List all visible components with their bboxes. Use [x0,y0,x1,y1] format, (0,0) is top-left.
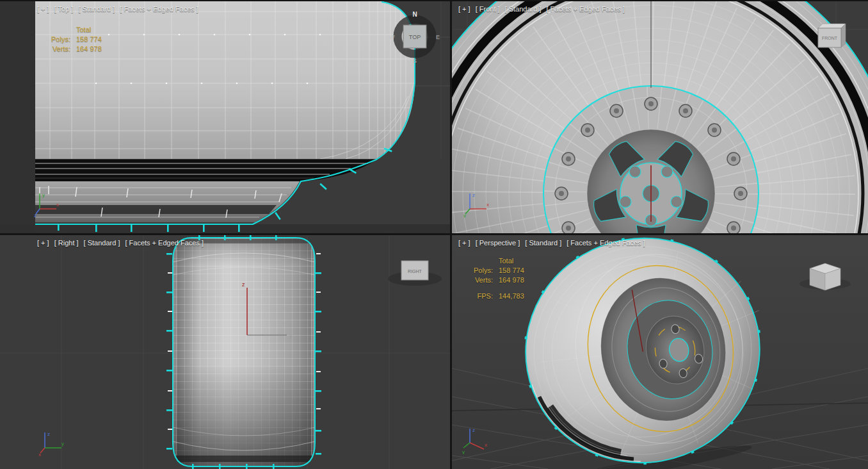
view-menu-button[interactable]: [ Perspective ] [476,239,520,247]
axis-tripod-gizmo: z y x [38,427,68,457]
stats-total-label: Total [499,257,524,265]
shading-menu-button[interactable]: [ Facets + Edged Faces ] [125,239,204,247]
below-model-shadow [0,224,450,233]
general-menu-button[interactable]: [ + ] [458,239,470,247]
view-menu-button[interactable]: [ Right ] [54,239,79,247]
stats-verts-value: 164 978 [499,276,524,284]
axis-y-label: y [463,213,466,218]
viewport-grid: [ + ] [ Top ] [ Standard ] [ Facets + Ed… [0,0,868,469]
viewport-label-menu: [ + ] [ Top ] [ Standard ] [ Facets + Ed… [37,5,198,13]
front-view-scene [452,1,868,233]
viewcube[interactable]: RIGHT [383,252,447,297]
viewport-label-menu: [ + ] [ Perspective ] [ Standard ] [ Fac… [458,239,645,247]
axis-tripod-gizmo: y x z [33,188,63,218]
viewport-label-menu: [ + ] [ Front ] [ Standard ] [ Facets + … [458,5,625,13]
axis-x-label: x [486,202,489,208]
viewcube[interactable]: TOP N E S W [386,8,444,65]
view-menu-button[interactable]: [ Front ] [476,5,500,13]
viewport-right[interactable]: z y [ + ] [ Right ] [ Standard ] [ Facet… [0,235,450,469]
compass-west[interactable]: W [389,34,395,40]
stats-fps-value: 144,783 [499,292,524,300]
viewcube-face-label[interactable]: RIGHT [408,269,422,274]
shading-menu-button[interactable]: [ Facets + Edged Faces ] [120,5,198,13]
offgrid-strip [0,1,35,233]
axis-z-label: z [472,427,475,433]
general-menu-button[interactable]: [ + ] [37,239,49,247]
viewport-top[interactable]: [ + ] [ Top ] [ Standard ] [ Facets + Ed… [0,1,450,233]
renderer-menu-button[interactable]: [ Standard ] [525,239,561,247]
view-menu-button[interactable]: [ Top ] [54,5,74,13]
stats-verts-value: 164 978 [76,45,102,53]
stats-fps-label: FPS: [462,292,493,300]
general-menu-button[interactable]: [ + ] [37,5,49,13]
stats-polys-value: 158 774 [499,267,524,274]
viewcube[interactable]: FRONT [811,18,849,56]
stats-polys-value: 158 774 [76,35,102,43]
compass-east[interactable]: E [436,34,440,40]
tire-top-surface [10,1,450,159]
axis-z-label: z [242,281,245,288]
stats-verts-label: Verts: [462,276,493,284]
tire-tread-band [35,160,376,181]
general-menu-button[interactable]: [ + ] [458,5,470,13]
stats-polys-label: Polys: [462,267,493,274]
tire-sidewall-band [35,181,300,222]
statistics-overlay: Total Polys: 158 774 Verts: 164 978 [40,26,102,53]
renderer-menu-button[interactable]: [ Standard ] [505,5,542,13]
viewcube[interactable] [796,251,854,295]
axis-y-label: y [42,192,45,198]
axis-z-label: z [34,213,36,218]
viewcube-face-label[interactable]: TOP [409,34,421,40]
shading-menu-button[interactable]: [ Facets + Edged Faces ] [567,239,645,247]
viewcube-face-label[interactable]: FRONT [822,36,838,40]
tire-side-model: z y [166,235,321,469]
axis-z-label: z [47,431,50,437]
axis-y-label: y [289,333,293,339]
viewport-front[interactable]: [ + ] [ Front ] [ Standard ] [ Facets + … [452,1,868,233]
stats-polys-label: Polys: [40,35,70,43]
stats-verts-label: Verts: [40,45,70,53]
axis-y-label: y [462,449,465,454]
statistics-overlay: Total Polys: 158 774 Verts: 164 978 FPS:… [462,257,524,300]
axis-y-label: y [61,441,64,447]
renderer-menu-button[interactable]: [ Standard ] [78,5,115,13]
axis-tripod-gizmo: z x y [462,425,492,454]
compass-north[interactable]: N [412,11,417,18]
axis-x-label: x [485,442,487,448]
shading-menu-button[interactable]: [ Facets + Edged Faces ] [546,5,625,13]
stats-total-label: Total [76,26,102,33]
axis-tripod-gizmo: z x y [463,188,493,218]
compass-south[interactable]: S [413,58,417,64]
wheel-front-model [452,1,868,233]
axis-x-label: x [56,202,59,208]
viewport-perspective[interactable]: [ + ] [ Perspective ] [ Standard ] [ Fac… [452,235,868,469]
renderer-menu-button[interactable]: [ Standard ] [84,239,120,247]
viewport-label-menu: [ + ] [ Right ] [ Standard ] [ Facets + … [37,239,204,247]
axis-x-label: x [38,452,41,457]
axis-z-label: z [472,192,475,198]
